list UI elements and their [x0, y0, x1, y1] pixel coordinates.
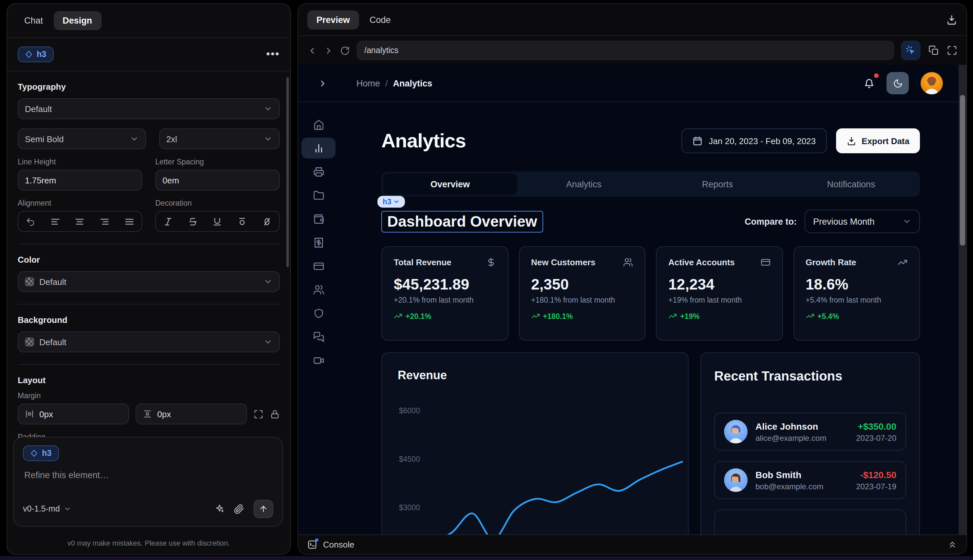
revenue-chart-card: Revenue $6000 $4500 $3000 [381, 352, 689, 535]
chevron-down-icon [394, 198, 400, 205]
date-range-button[interactable]: Jan 20, 2023 - Feb 09, 2023 [681, 128, 827, 153]
download-icon[interactable] [946, 14, 957, 25]
sidebar-item-users[interactable] [301, 278, 335, 301]
more-options-button[interactable]: ••• [266, 51, 280, 58]
stat-title: Total Revenue [394, 257, 451, 267]
breadcrumb-home[interactable]: Home [356, 78, 380, 88]
refine-element-badge[interactable]: h3 [23, 445, 58, 461]
stat-subtext: +180.1% from last month [531, 296, 633, 304]
trending-up-icon [806, 312, 814, 320]
stat-trend-value: +5.4% [818, 312, 839, 320]
sidebar-item-receipts[interactable] [301, 230, 335, 254]
letter-spacing-input[interactable]: 0em [155, 170, 280, 191]
stat-subtext: +5.4% from last month [806, 296, 908, 304]
sidebar-toggle-icon[interactable] [318, 78, 328, 88]
theme-toggle-button[interactable] [886, 72, 909, 94]
tab-overview[interactable]: Overview [383, 173, 517, 195]
cursor-click-icon [906, 45, 916, 56]
font-weight-select[interactable]: Semi Bold [18, 128, 146, 149]
margin-y-input[interactable]: 0px [136, 403, 247, 424]
tab-chat[interactable]: Chat [17, 11, 51, 30]
user-avatar[interactable] [921, 72, 943, 94]
sidebar-item-wallet[interactable] [301, 207, 335, 230]
overline-icon[interactable] [237, 217, 247, 226]
tab-preview[interactable]: Preview [307, 10, 359, 29]
align-justify-icon[interactable] [124, 217, 134, 226]
notifications-button[interactable] [864, 78, 875, 89]
font-family-select[interactable]: Default [18, 98, 280, 119]
margin-x-value: 0px [39, 409, 53, 419]
open-in-new-icon[interactable] [928, 45, 939, 56]
submit-button[interactable] [254, 500, 273, 518]
selected-tag-chip[interactable]: h3 [377, 196, 405, 208]
sidebar-item-cards[interactable] [301, 254, 335, 278]
refresh-icon[interactable] [340, 45, 350, 55]
margin-y-value: 0px [157, 409, 171, 419]
no-decoration-icon[interactable] [262, 217, 272, 226]
preview-scrollbar-thumb[interactable] [960, 95, 965, 246]
sparkles-icon[interactable] [214, 504, 225, 514]
model-select[interactable]: v0-1.5-md [23, 504, 72, 513]
url-input[interactable]: /analytics [356, 41, 895, 60]
margin-x-input[interactable]: 0px [18, 403, 129, 424]
lock-margin-icon[interactable] [270, 409, 280, 419]
stat-value: 18.6% [806, 276, 908, 293]
sidebar-item-home[interactable] [301, 113, 335, 136]
sidebar-item-messages[interactable] [301, 325, 335, 348]
tab-code[interactable]: Code [362, 10, 399, 29]
background-select[interactable]: Default [18, 332, 280, 352]
shield-icon [313, 308, 324, 318]
chevrons-up-icon[interactable] [948, 540, 957, 550]
line-height-input[interactable]: 1.75rem [18, 170, 142, 191]
refine-input[interactable]: Refine this element… [24, 470, 272, 480]
trending-up-icon [668, 312, 677, 320]
sidebar-item-files[interactable] [301, 183, 335, 207]
transaction-row[interactable]: Bob Smith bob@example.com -$120.50 2023-… [714, 461, 906, 499]
underline-icon[interactable] [213, 217, 222, 226]
align-center-icon[interactable] [75, 217, 85, 226]
align-right-icon[interactable] [100, 217, 109, 226]
notification-dot [874, 73, 879, 78]
left-panel-scrollbar[interactable] [286, 77, 289, 267]
sidebar-item-security[interactable] [301, 301, 335, 325]
preview-scrollbar[interactable] [959, 65, 966, 535]
undo-icon[interactable] [26, 217, 36, 226]
align-left-icon[interactable] [50, 217, 60, 226]
sidebar-item-video[interactable] [301, 348, 335, 372]
console-bar[interactable]: Console [298, 535, 966, 554]
expand-margin-icon[interactable] [254, 409, 264, 419]
back-icon[interactable] [307, 45, 317, 55]
fullscreen-icon[interactable] [947, 45, 957, 56]
italic-icon[interactable] [164, 217, 173, 226]
tab-analytics[interactable]: Analytics [517, 173, 651, 195]
stat-subtext: +20.1% from last month [394, 296, 496, 304]
export-data-button[interactable]: Export Data [836, 128, 920, 153]
strikethrough-icon[interactable] [188, 217, 198, 226]
transaction-row-partial[interactable] [714, 510, 906, 535]
paperclip-icon[interactable] [234, 504, 244, 514]
background-value: Default [39, 337, 66, 347]
color-select[interactable]: Default [18, 271, 280, 292]
font-size-select[interactable]: 2xl [159, 128, 280, 149]
forward-icon[interactable] [324, 45, 334, 55]
alignment-label: Alignment [18, 199, 142, 207]
transaction-row[interactable]: Alice Johnson alice@example.com +$350.00… [714, 413, 906, 451]
selected-element-badge[interactable]: h3 [18, 47, 53, 62]
compare-select[interactable]: Previous Month [804, 210, 920, 233]
users-icon [623, 257, 633, 267]
tab-design[interactable]: Design [53, 11, 101, 30]
stat-title: Active Accounts [668, 257, 735, 267]
sidebar-item-analytics[interactable] [301, 138, 335, 158]
compare-value: Previous Month [813, 217, 875, 226]
stat-trend-value: +20.1% [406, 312, 431, 320]
arrow-up-icon [259, 504, 268, 513]
section-title-selected[interactable]: Dashboard Overview [381, 210, 543, 232]
sidebar-item-invoices[interactable] [301, 160, 335, 183]
tab-reports[interactable]: Reports [651, 173, 784, 195]
avatar-person-icon [724, 468, 748, 492]
inspect-mode-button[interactable] [901, 41, 921, 60]
tab-notifications[interactable]: Notifications [784, 173, 918, 195]
color-value: Default [39, 277, 66, 287]
credit-card-icon [760, 257, 770, 267]
stat-subtext: +19% from last month [668, 296, 770, 304]
